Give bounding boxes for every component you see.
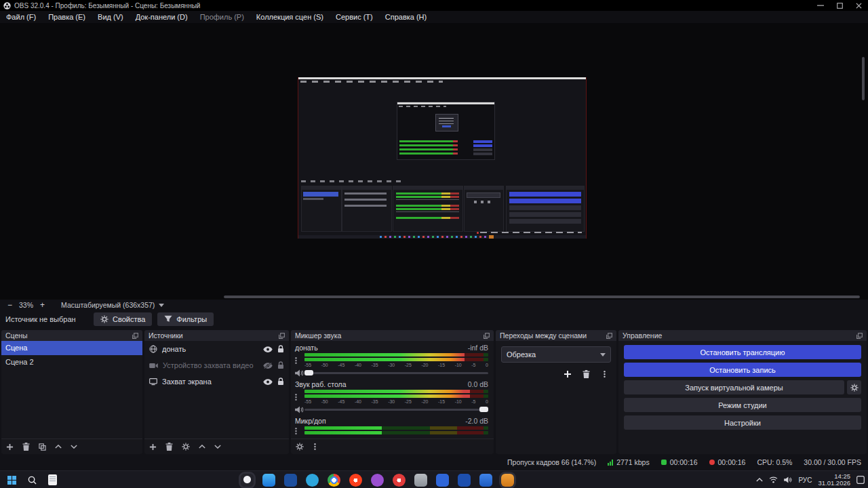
transition-menu-dots-icon[interactable] xyxy=(597,367,611,381)
controls-dock-header[interactable]: Управление xyxy=(618,330,867,341)
dock-popout-icon[interactable] xyxy=(132,333,138,339)
lock-icon[interactable] xyxy=(277,345,284,353)
channel-menu-dots-icon[interactable] xyxy=(295,390,304,404)
transition-select[interactable]: Обрезка xyxy=(501,346,611,363)
search-button[interactable] xyxy=(23,472,41,488)
menu-view[interactable]: Вид (V) xyxy=(92,11,130,23)
add-scene-button[interactable] xyxy=(6,443,14,451)
taskbar-app-yandex[interactable] xyxy=(347,472,363,488)
properties-button[interactable]: Свойства xyxy=(94,312,152,326)
scenes-dock-header[interactable]: Сцены xyxy=(1,330,142,341)
taskbar-app-red[interactable] xyxy=(391,472,407,488)
menu-docks[interactable]: Док-панели (D) xyxy=(130,11,194,23)
dock-popout-icon[interactable] xyxy=(856,333,863,339)
menu-file[interactable]: Файл (F) xyxy=(0,11,42,23)
dock-popout-icon[interactable] xyxy=(606,333,612,339)
move-source-down-button[interactable] xyxy=(214,445,221,449)
filters-button[interactable]: Фильтры xyxy=(157,312,214,326)
taskbar-app-blue-1[interactable] xyxy=(434,472,450,488)
vertical-scrollbar[interactable] xyxy=(862,57,865,100)
taskbar-app-gray[interactable] xyxy=(412,472,429,488)
channel-menu-dots-icon[interactable] xyxy=(295,426,304,436)
dock-popout-icon[interactable] xyxy=(279,333,285,339)
source-properties-button[interactable] xyxy=(182,443,190,451)
start-virtual-camera-button[interactable]: Запуск виртуальной камеры xyxy=(624,380,844,394)
stop-recording-button[interactable]: Остановить запись xyxy=(624,363,861,377)
add-source-button[interactable] xyxy=(149,443,157,451)
taskbar-app-active-orange[interactable] xyxy=(499,472,515,488)
mute-speaker-icon[interactable] xyxy=(295,369,304,377)
volume-slider-knob[interactable] xyxy=(304,370,313,375)
zoom-out-button[interactable]: − xyxy=(5,301,14,310)
taskbar-app-blue-3[interactable] xyxy=(477,472,494,488)
menu-tools[interactable]: Сервис (T) xyxy=(330,11,379,23)
remove-source-button[interactable] xyxy=(165,443,173,451)
studio-mode-button[interactable]: Режим студии xyxy=(624,398,861,412)
status-bar: Пропуск кадров 66 (14.7%) 2771 kbps 00:0… xyxy=(0,454,868,470)
stop-streaming-button[interactable]: Остановить трансляцию xyxy=(624,345,861,359)
volume-slider-knob[interactable] xyxy=(479,407,488,412)
menu-help[interactable]: Справка (H) xyxy=(379,11,433,23)
gear-icon xyxy=(100,315,108,323)
dock-popout-icon[interactable] xyxy=(484,333,490,339)
taskbar-app-telegram[interactable] xyxy=(304,472,320,488)
notification-center-icon[interactable] xyxy=(856,476,865,484)
pinned-document-app[interactable] xyxy=(43,472,62,488)
volume-slider[interactable] xyxy=(304,372,488,374)
capture-detail xyxy=(303,192,338,197)
scale-mode-dropdown[interactable]: Масштабируемый (636x357) xyxy=(61,301,164,309)
remove-transition-button[interactable] xyxy=(579,367,593,381)
mixer-menu-dots-icon[interactable] xyxy=(314,443,316,451)
maximize-button[interactable] xyxy=(830,0,849,11)
scene-item[interactable]: Сцена 2 xyxy=(1,355,142,369)
lock-icon[interactable] xyxy=(277,378,284,386)
visibility-eye-icon[interactable] xyxy=(263,346,273,352)
taskbar-app-chrome[interactable] xyxy=(326,472,342,488)
transitions-dock-header[interactable]: Переходы между сценами xyxy=(496,330,616,341)
horizontal-scrollbar[interactable] xyxy=(224,296,860,298)
source-item[interactable]: Захват экрана xyxy=(144,373,289,390)
zoom-in-button[interactable]: + xyxy=(38,301,47,310)
taskbar-app-purple[interactable] xyxy=(369,472,385,488)
menu-scene-collection[interactable]: Коллекция сцен (S) xyxy=(250,11,330,23)
tray-chevron-up-icon[interactable] xyxy=(756,478,763,482)
virtual-camera-settings-button[interactable] xyxy=(847,380,861,394)
minimize-button[interactable] xyxy=(811,0,830,11)
taskbar-app-mail[interactable] xyxy=(282,472,298,488)
move-scene-down-button[interactable] xyxy=(71,445,77,449)
screen-capture-source[interactable] xyxy=(298,77,587,239)
taskbar-app-obs-studio[interactable] xyxy=(239,472,255,488)
language-indicator[interactable]: РУС xyxy=(798,476,812,484)
remove-scene-button[interactable] xyxy=(22,443,30,451)
sources-dock-header[interactable]: Источники xyxy=(144,330,289,341)
channel-menu-dots-icon[interactable] xyxy=(295,353,304,367)
clock[interactable]: 14:25 31.01.2026 xyxy=(818,473,850,487)
dropped-frames-status: Пропуск кадров 66 (14.7%) xyxy=(507,458,596,466)
blue-app-icon xyxy=(458,474,471,487)
mixer-dock-header[interactable]: Микшер звука xyxy=(291,330,494,341)
add-transition-button[interactable] xyxy=(561,367,574,381)
network-wifi-icon[interactable] xyxy=(769,476,778,483)
scene-item[interactable]: Сцена xyxy=(1,341,142,355)
taskbar-app-blue-2[interactable] xyxy=(456,472,472,488)
advanced-audio-gear-icon[interactable] xyxy=(296,443,304,451)
taskbar-app-file-explorer[interactable] xyxy=(260,472,277,488)
volume-slider[interactable] xyxy=(304,409,488,411)
preview-canvas[interactable] xyxy=(0,23,868,300)
visibility-eye-off-icon[interactable] xyxy=(263,363,273,369)
volume-speaker-icon[interactable] xyxy=(784,476,792,483)
source-item[interactable]: донать xyxy=(144,341,289,357)
move-source-up-button[interactable] xyxy=(199,445,205,449)
settings-button[interactable]: Настройки xyxy=(624,415,861,430)
mute-speaker-icon[interactable] xyxy=(295,406,304,413)
meter-tick: -5 xyxy=(471,399,475,404)
menu-profile[interactable]: Профиль (P) xyxy=(194,11,250,23)
visibility-eye-icon[interactable] xyxy=(263,379,273,385)
move-scene-up-button[interactable] xyxy=(55,445,62,449)
duplicate-scene-button[interactable] xyxy=(39,443,46,451)
source-item[interactable]: Устройство захвата видео xyxy=(144,357,289,373)
start-button[interactable] xyxy=(3,472,21,488)
menu-edit[interactable]: Правка (E) xyxy=(42,11,92,23)
lock-icon[interactable] xyxy=(277,361,284,369)
close-button[interactable] xyxy=(849,0,868,11)
